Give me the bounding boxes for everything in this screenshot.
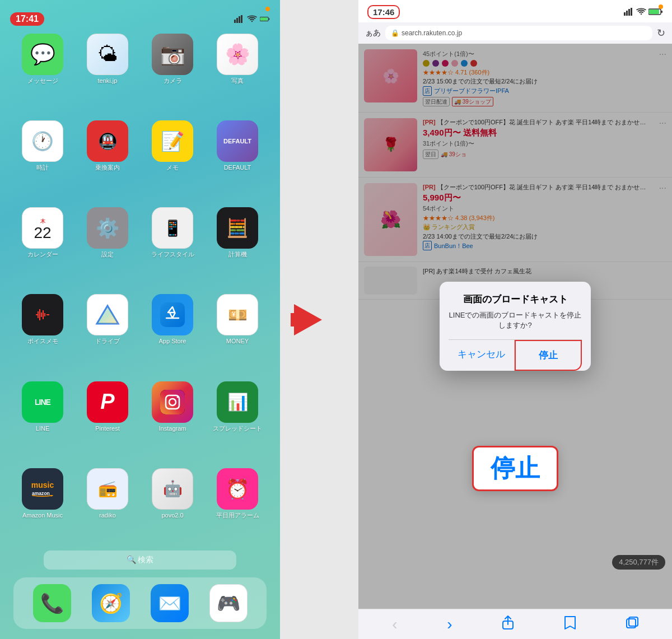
lifestyle-icon: 📱 xyxy=(152,207,193,249)
appstore-icon xyxy=(152,294,193,335)
left-phone: 17:41 xyxy=(0,0,280,639)
safari-icon: 🧭 xyxy=(92,584,130,622)
bookmarks-button[interactable] xyxy=(564,615,576,633)
back-button[interactable]: ‹ xyxy=(392,615,397,633)
wifi-icon xyxy=(247,15,257,23)
app-label: メモ xyxy=(166,164,179,171)
right-status-bar: 17:46 xyxy=(358,0,672,22)
app-messages[interactable]: 💬 メッセージ xyxy=(12,34,73,111)
drive-svg xyxy=(95,304,120,326)
app-povo[interactable]: 🤖 povo2.0 xyxy=(142,468,203,546)
app-default[interactable]: DEFAULT DEFAULT xyxy=(207,120,268,198)
pinterest-icon: P xyxy=(87,381,128,423)
appstore-svg xyxy=(160,302,185,327)
app-calc[interactable]: 🧮 計算機 xyxy=(207,207,268,285)
svg-rect-1 xyxy=(236,18,238,23)
app-line[interactable]: LINE LINE xyxy=(12,381,73,459)
app-lifestyle[interactable]: 📱 ライフスタイル xyxy=(142,207,203,285)
app-label: radiko xyxy=(99,512,116,519)
app-label: メッセージ xyxy=(27,77,58,85)
app-grid: 💬 メッセージ 🌤 tenki.jp 📷 カメラ 🌸 写真 🕐 xyxy=(10,34,270,546)
calendar-icon: 木 22 xyxy=(22,207,63,249)
arrow-container xyxy=(280,0,336,639)
left-status-icons xyxy=(234,15,270,23)
big-stop-overlay: 停止 xyxy=(472,446,558,491)
app-label: カメラ xyxy=(164,77,182,85)
app-alarm[interactable]: ⏰ 平日用アラーム xyxy=(207,468,268,546)
bookmarks-icon xyxy=(564,615,576,630)
svg-rect-30 xyxy=(661,11,663,13)
left-time: 17:41 xyxy=(10,12,44,26)
svg-marker-16 xyxy=(97,306,118,324)
svg-rect-5 xyxy=(269,18,270,20)
app-label: App Store xyxy=(159,338,186,345)
app-label: カレンダー xyxy=(27,251,58,258)
app-label: ドライブ xyxy=(95,338,120,345)
app-label: Instagram xyxy=(159,425,186,432)
url-bar[interactable]: 🔒 search.rakuten.co.jp xyxy=(385,26,652,40)
app-label: ボイスメモ xyxy=(27,338,58,345)
dialog-message: LINEでの画面のブロードキャストを停止しますか? xyxy=(449,310,582,330)
app-settings[interactable]: ⚙️ 設定 xyxy=(77,207,138,285)
app-label: 計算機 xyxy=(228,251,247,258)
photos-icon: 🌸 xyxy=(217,34,258,75)
app-label: 時計 xyxy=(36,164,49,171)
app-camera[interactable]: 📷 カメラ xyxy=(142,34,203,111)
dock-safari[interactable]: 🧭 xyxy=(92,584,130,622)
app-sheets[interactable]: 📊 スプレッドシート xyxy=(207,381,268,459)
share-button[interactable] xyxy=(502,615,514,633)
dialog-overlay: 画面のブロードキャスト LINEでの画面のブロードキャストを停止しますか? キャ… xyxy=(358,44,672,609)
app-drive[interactable]: ドライブ xyxy=(77,294,138,372)
app-instagram[interactable]: Instagram xyxy=(142,381,203,459)
povo-icon: 🤖 xyxy=(152,468,193,510)
clock-icon: 🕐 xyxy=(22,120,63,162)
app-label: tenki.jp xyxy=(98,77,118,85)
app-tenkijp[interactable]: 🌤 tenki.jp xyxy=(77,34,138,111)
forward-button[interactable]: › xyxy=(447,615,452,633)
mail-icon: ✉️ xyxy=(151,584,189,622)
svg-rect-27 xyxy=(628,9,630,16)
right-phone: 17:46 ぁあ 🔒 search xyxy=(358,0,672,639)
url-text: search.rakuten.co.jp xyxy=(402,29,462,37)
dock-phone[interactable]: 📞 xyxy=(33,584,71,622)
app-money[interactable]: 💴 MONEY xyxy=(207,294,268,372)
browser-toolbar: ‹ › xyxy=(358,609,672,639)
app-clock[interactable]: 🕐 時計 xyxy=(12,120,73,198)
app-appstore[interactable]: App Store xyxy=(142,294,203,372)
svg-rect-6 xyxy=(260,17,267,21)
app-label: 写真 xyxy=(231,77,244,85)
app-memo[interactable]: 📝 メモ xyxy=(142,120,203,198)
app-radiko[interactable]: 📻 radiko xyxy=(77,468,138,546)
camera-icon: 📷 xyxy=(152,34,193,75)
big-stop-text: 停止 xyxy=(491,454,540,482)
app-calendar[interactable]: 木 22 カレンダー xyxy=(12,207,73,285)
dock-mail[interactable]: ✉️ xyxy=(151,584,189,622)
dialog-stop-button[interactable]: 停止 xyxy=(515,340,582,371)
transit-icon: 🚇 xyxy=(87,120,128,162)
dock-bezel[interactable]: 🎮 xyxy=(209,584,248,622)
instagram-svg xyxy=(160,390,185,414)
settings-icon: ⚙️ xyxy=(87,207,128,249)
dialog-cancel-button[interactable]: キャンセル xyxy=(449,340,515,371)
messages-icon: 💬 xyxy=(22,34,63,75)
app-amazon-music[interactable]: music amazon Amazon Music xyxy=(12,468,73,546)
app-transit[interactable]: 🚇 乗換案内 xyxy=(77,120,138,198)
right-status-icons xyxy=(624,8,663,16)
app-label: 乗換案内 xyxy=(95,164,120,171)
left-orange-dot xyxy=(265,7,270,11)
dialog-title: 画面のブロードキャスト xyxy=(449,293,582,306)
app-photos[interactable]: 🌸 写真 xyxy=(207,34,268,111)
instagram-icon xyxy=(152,381,193,423)
app-pinterest[interactable]: P Pinterest xyxy=(77,381,138,459)
voicememo-icon xyxy=(22,294,63,335)
calc-icon: 🧮 xyxy=(217,207,258,249)
tabs-button[interactable] xyxy=(626,617,638,632)
reload-button[interactable]: ↻ xyxy=(657,27,665,39)
tabs-icon xyxy=(626,617,638,629)
app-voicememo[interactable]: ボイスメモ xyxy=(12,294,73,372)
svg-rect-19 xyxy=(160,390,185,414)
share-icon xyxy=(502,615,514,630)
app-label: スプレッドシート xyxy=(213,425,262,432)
search-bar[interactable]: 🔍 検索 xyxy=(44,551,236,570)
aa-text[interactable]: ぁあ xyxy=(365,28,381,38)
